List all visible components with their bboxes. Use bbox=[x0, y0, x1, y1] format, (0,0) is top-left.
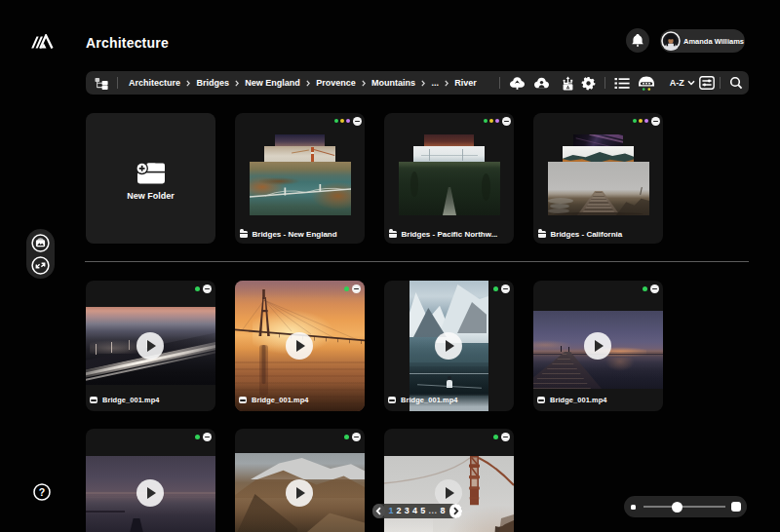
svg-text:?: ? bbox=[39, 486, 45, 498]
